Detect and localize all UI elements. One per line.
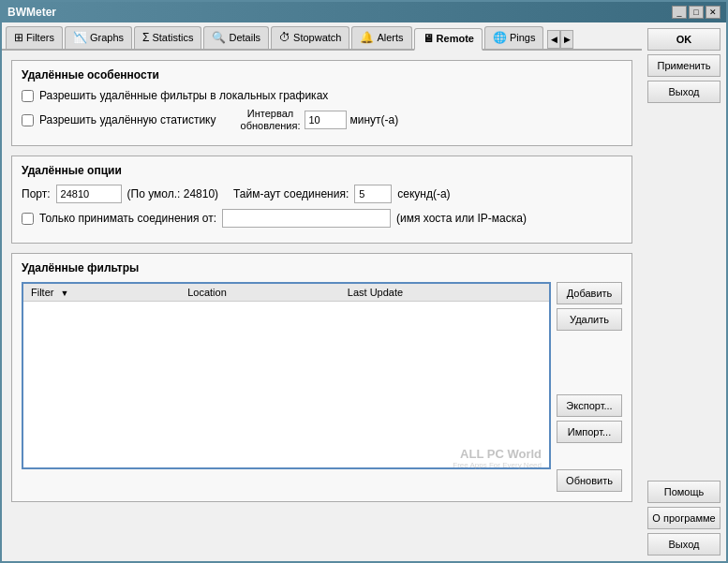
tab-next-button[interactable]: ▶ (560, 30, 573, 49)
filters-icon: ⊞ (14, 31, 23, 44)
interval-input[interactable] (305, 111, 347, 129)
port-default: (По умол.: 24810) (127, 187, 219, 200)
allow-stats-checkbox[interactable] (22, 114, 34, 126)
tab-nav-arrows: ◀ ▶ (547, 30, 573, 49)
allow-stats-row: Разрешить удалённую статистику (22, 113, 216, 126)
accept-hint: (имя хоста или IP-маска) (396, 212, 527, 225)
remote-features-title: Удалённые особенности (22, 68, 622, 81)
col-location: Location (180, 284, 340, 302)
tab-remote-label: Remote (437, 33, 474, 44)
table-area: Filter ▼ Location Last Update (22, 282, 551, 488)
graphs-icon: 📉 (73, 31, 87, 44)
pings-icon: 🌐 (493, 31, 507, 44)
refresh-button[interactable]: Обновить (557, 469, 622, 492)
ok-button[interactable]: OK (647, 28, 721, 51)
tab-alerts-label: Alerts (377, 32, 403, 43)
exit-bottom-button[interactable]: Выход (647, 533, 721, 556)
table-and-buttons: Filter ▼ Location Last Update (22, 282, 622, 492)
close-button[interactable]: ✕ (706, 6, 721, 19)
tab-prev-button[interactable]: ◀ (547, 30, 560, 49)
remote-options-section: Удалённые опции Порт: (По умол.: 24810) … (11, 156, 632, 244)
allow-filters-checkbox[interactable] (22, 90, 34, 102)
sort-arrow-icon: ▼ (61, 289, 69, 298)
tab-bar: ⊞ Filters 📉 Graphs Σ Statistics 🔍 Detail… (2, 22, 642, 51)
tab-details[interactable]: 🔍 Details (203, 26, 269, 49)
tab-graphs-label: Graphs (90, 32, 124, 43)
remove-button[interactable]: Удалить (557, 308, 622, 331)
col-filter-label: Filter (31, 287, 53, 298)
table-buttons: Добавить Удалить Экспорт... Импорт... Об… (557, 282, 622, 492)
watermark-sub: Free Apps For Every Need (453, 461, 542, 469)
accept-input[interactable] (222, 209, 391, 228)
tab-stopwatch[interactable]: ⏱ Stopwatch (271, 26, 349, 49)
tab-statistics-label: Statistics (152, 32, 193, 43)
port-label: Порт: (22, 187, 51, 200)
details-icon: 🔍 (212, 31, 226, 44)
watermark: ALL PC World Free Apps For Every Need (453, 447, 542, 469)
col-location-label: Location (187, 287, 227, 298)
window-title: BWMeter (7, 6, 672, 19)
tab-pings-label: Pings (510, 32, 536, 43)
port-row: Порт: (По умол.: 24810) Тайм-аут соедине… (22, 185, 622, 203)
right-panel: OK Применить Выход Помощь О программе Вы… (642, 22, 726, 561)
remote-options-title: Удалённые опции (22, 164, 622, 177)
tab-statistics[interactable]: Σ Statistics (134, 26, 201, 49)
remote-filters-section: Удалённые фильтры Filter ▼ (11, 253, 632, 502)
tab-alerts[interactable]: 🔔 Alerts (351, 26, 411, 49)
add-button[interactable]: Добавить (557, 282, 622, 304)
timeout-input[interactable] (354, 185, 392, 203)
timeout-label: Тайм-аут соединения: (233, 187, 349, 200)
help-button[interactable]: Помощь (647, 481, 721, 503)
allow-stats-label: Разрешить удалённую статистику (39, 113, 216, 126)
timeout-unit: секунд(-а) (397, 187, 450, 200)
interval-label: Интервалобновления: (241, 108, 301, 132)
watermark-main: ALL PC World (453, 447, 542, 461)
tab-stopwatch-label: Stopwatch (293, 32, 341, 43)
col-lastupdate-label: Last Update (348, 287, 403, 298)
apply-button[interactable]: Применить (647, 54, 721, 77)
left-panel: ⊞ Filters 📉 Graphs Σ Statistics 🔍 Detail… (2, 22, 642, 561)
remote-features-section: Удалённые особенности Разрешить удалённы… (11, 60, 632, 146)
about-button[interactable]: О программе (647, 507, 721, 529)
export-button[interactable]: Экспорт... (557, 394, 622, 417)
exit-top-button[interactable]: Выход (647, 81, 721, 103)
interval-unit: минут(-а) (350, 113, 399, 126)
tab-remote[interactable]: 🖥 Remote (414, 28, 483, 51)
title-bar: BWMeter _ □ ✕ (2, 2, 726, 22)
import-button[interactable]: Импорт... (557, 421, 622, 443)
tab-pings[interactable]: 🌐 Pings (484, 26, 544, 49)
col-lastupdate: Last Update (340, 284, 549, 302)
allow-filters-row: Разрешить удалённые фильтры в локальных … (22, 89, 622, 102)
main-content: ⊞ Filters 📉 Graphs Σ Statistics 🔍 Detail… (2, 22, 726, 561)
accept-checkbox[interactable] (22, 213, 34, 225)
tab-graphs[interactable]: 📉 Graphs (65, 26, 132, 49)
col-filter[interactable]: Filter ▼ (23, 284, 180, 302)
title-bar-buttons: _ □ ✕ (672, 6, 721, 19)
accept-row: Только принимать соединения от: (имя хос… (22, 209, 622, 228)
remote-icon: 🖥 (423, 32, 434, 45)
remote-filters-title: Удалённые фильтры (22, 261, 622, 274)
alerts-icon: 🔔 (360, 31, 374, 44)
allow-filters-label: Разрешить удалённые фильтры в локальных … (39, 89, 328, 102)
stopwatch-icon: ⏱ (279, 31, 290, 44)
maximize-button[interactable]: □ (689, 6, 704, 19)
main-window: BWMeter _ □ ✕ ⊞ Filters 📉 Graphs Σ Stat (0, 0, 728, 563)
minimize-button[interactable]: _ (672, 6, 687, 19)
tab-filters[interactable]: ⊞ Filters (6, 26, 63, 49)
tab-details-label: Details (229, 32, 260, 43)
content-area: Удалённые особенности Разрешить удалённы… (2, 51, 642, 561)
statistics-icon: Σ (142, 31, 149, 44)
port-input[interactable] (56, 185, 122, 203)
accept-label: Только принимать соединения от: (39, 212, 216, 225)
filter-table: Filter ▼ Location Last Update (23, 284, 549, 302)
filter-table-container: Filter ▼ Location Last Update (22, 282, 551, 469)
tab-filters-label: Filters (26, 32, 54, 43)
